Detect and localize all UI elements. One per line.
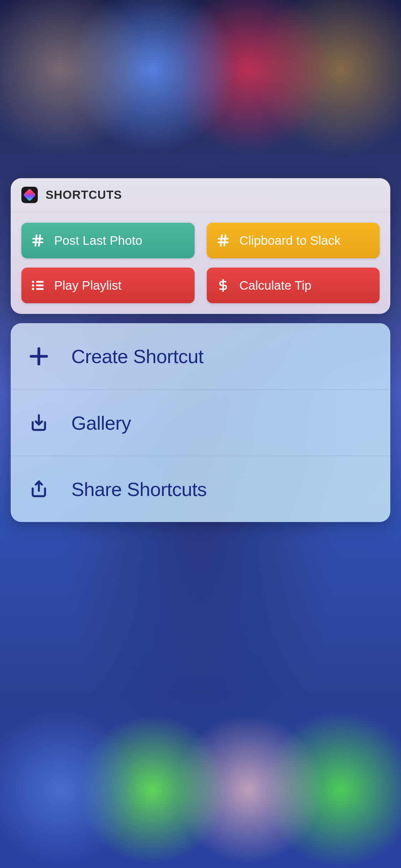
svg-point-9 bbox=[32, 284, 34, 287]
svg-point-10 bbox=[32, 288, 34, 290]
action-create-shortcut[interactable]: Create Shortcut bbox=[11, 323, 390, 389]
action-label: Create Shortcut bbox=[71, 345, 204, 367]
shortcut-calculate-tip[interactable]: Calculate Tip bbox=[207, 268, 380, 303]
list-icon bbox=[30, 278, 46, 293]
shortcuts-widget: SHORTCUTS Post Last Photo bbox=[11, 178, 390, 314]
svg-rect-12 bbox=[36, 285, 44, 286]
shortcut-play-playlist[interactable]: Play Playlist bbox=[21, 268, 195, 303]
action-label: Gallery bbox=[71, 412, 131, 434]
shortcut-label: Play Playlist bbox=[54, 278, 122, 293]
plus-icon bbox=[29, 346, 49, 367]
shortcut-label: Clipboard to Slack bbox=[240, 233, 341, 248]
widget-header: SHORTCUTS bbox=[11, 178, 390, 212]
svg-line-7 bbox=[224, 235, 225, 246]
action-gallery[interactable]: Gallery bbox=[11, 389, 390, 456]
action-label: Share Shortcuts bbox=[71, 478, 207, 500]
shortcuts-app-icon bbox=[21, 187, 38, 203]
shortcut-label: Calculate Tip bbox=[240, 278, 312, 293]
shortcut-clipboard-to-slack[interactable]: Clipboard to Slack bbox=[207, 223, 380, 258]
hash-icon bbox=[215, 233, 231, 248]
hash-icon bbox=[30, 233, 46, 248]
shortcut-label: Post Last Photo bbox=[54, 233, 142, 248]
action-share-shortcuts[interactable]: Share Shortcuts bbox=[11, 456, 390, 522]
widget-title: SHORTCUTS bbox=[46, 188, 122, 202]
svg-rect-11 bbox=[36, 281, 44, 283]
shortcut-post-last-photo[interactable]: Post Last Photo bbox=[21, 223, 195, 258]
svg-line-6 bbox=[221, 235, 222, 246]
svg-rect-13 bbox=[36, 288, 44, 290]
download-tray-icon bbox=[29, 413, 49, 433]
quick-actions-menu: Create Shortcut Gallery Shar bbox=[11, 323, 390, 522]
svg-point-8 bbox=[32, 281, 34, 283]
share-icon bbox=[29, 479, 49, 500]
shortcuts-grid: Post Last Photo Clipboard to Slack bbox=[11, 212, 390, 314]
dollar-icon bbox=[215, 278, 231, 293]
svg-line-2 bbox=[35, 235, 36, 246]
svg-line-3 bbox=[39, 235, 40, 246]
